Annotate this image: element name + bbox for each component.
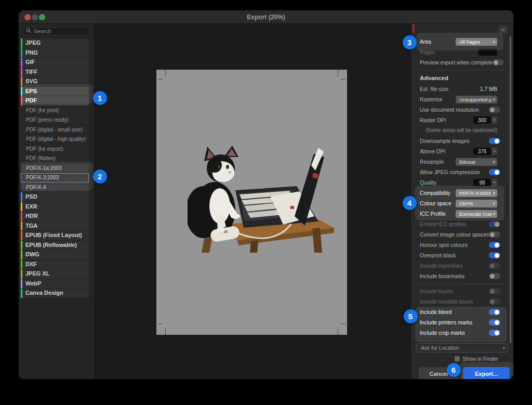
allow-jpeg-compression-toggle[interactable] bbox=[489, 169, 500, 175]
sidebar-item-gif[interactable]: GIF bbox=[21, 58, 89, 67]
raster-dpi-value[interactable]: 300 bbox=[473, 116, 491, 124]
icc-profile-select[interactable]: Euroscale Coate... bbox=[456, 210, 497, 218]
include-bookmarks-toggle[interactable] bbox=[489, 273, 500, 279]
sidebar-item-pdf-x-4[interactable]: PDF/X-4 bbox=[21, 183, 89, 192]
honour-spot-colours-toggle[interactable] bbox=[489, 242, 500, 248]
sidebar-item-svg[interactable]: SVG bbox=[21, 77, 89, 86]
sidebar-item-webp[interactable]: WebP bbox=[21, 279, 89, 289]
sidebar-item-label: GIF bbox=[22, 58, 35, 67]
area-value: All Pages bbox=[459, 39, 480, 45]
area-select[interactable]: All Pages bbox=[456, 38, 497, 46]
sidebar-item-pdf-flatten[interactable]: PDF (flatten) bbox=[21, 154, 89, 163]
sidebar-item-canva-design[interactable]: Canva Design bbox=[21, 289, 89, 298]
sidebar-item-pdf-x-1a-2003[interactable]: PDF/X-1a:2003 bbox=[21, 164, 89, 173]
dropdown-arrow-icon[interactable] bbox=[491, 179, 497, 186]
export-button[interactable]: Export... bbox=[463, 367, 510, 379]
overprint-black-toggle[interactable] bbox=[489, 252, 500, 258]
toggle-knob bbox=[490, 299, 495, 304]
row-label: Include bookmarks bbox=[420, 273, 464, 279]
sidebar-item-epub-fixed-layout[interactable]: EPUB (Fixed Layout) bbox=[21, 231, 89, 240]
dropdown-arrow-icon[interactable] bbox=[491, 148, 497, 155]
sidebar-item-jpeg[interactable]: JPEG bbox=[21, 38, 89, 48]
include-layers-toggle[interactable] bbox=[489, 288, 500, 294]
embed-icc-profiles-toggle[interactable] bbox=[489, 221, 500, 227]
quality-value[interactable]: 98 bbox=[473, 179, 491, 186]
sidebar-item-label: SVG bbox=[22, 77, 37, 86]
sidebar-item-dwg[interactable]: DWG bbox=[21, 250, 89, 259]
show-in-finder-checkbox[interactable] bbox=[455, 356, 460, 361]
row-label: Est. file size bbox=[420, 86, 448, 92]
resample-select[interactable]: Bilinear bbox=[456, 158, 497, 166]
sidebar-item-tiff[interactable]: TIFF bbox=[21, 68, 89, 77]
settings-row-area: AreaAll Pages bbox=[411, 36, 513, 47]
row-label: Area bbox=[420, 39, 431, 45]
dropdown-arrow-icon[interactable] bbox=[491, 116, 497, 124]
settings-row-compatibility: CompatibilityPDF/X-3:2003 bbox=[411, 188, 513, 198]
toggle-knob bbox=[495, 170, 499, 175]
preview-export-toggle[interactable] bbox=[493, 59, 504, 66]
convert-image-colour-spaces-toggle[interactable] bbox=[489, 231, 500, 238]
sidebar-item-pdf-digital-small-size[interactable]: PDF (digital - small size) bbox=[21, 125, 89, 135]
sidebar-item-eps[interactable]: EPS bbox=[21, 87, 89, 96]
downsample-images-toggle[interactable] bbox=[489, 138, 500, 144]
sidebar-item-pdf-for-export[interactable]: PDF (for export) bbox=[21, 145, 89, 154]
include-printers-marks-toggle[interactable] bbox=[489, 319, 500, 325]
stepper-icon bbox=[493, 213, 495, 215]
zoom-button[interactable] bbox=[39, 14, 45, 20]
settings-row-overprint-black: Overprint black bbox=[411, 250, 513, 260]
colour-space-select[interactable]: CMYK bbox=[456, 200, 497, 207]
sidebar-item-png[interactable]: PNG bbox=[21, 48, 89, 58]
sidebar-item-epub-reflowable[interactable]: EPUB (Reflowable) bbox=[21, 241, 89, 250]
sidebar-item-psd[interactable]: PSD bbox=[21, 192, 89, 202]
panel-scrollbar[interactable] bbox=[510, 36, 511, 343]
minimize-button[interactable] bbox=[32, 14, 38, 20]
include-bleed-toggle[interactable] bbox=[489, 309, 500, 315]
sidebar-item-pdf-digital-high-quality[interactable]: PDF (digital - high quality) bbox=[21, 135, 89, 144]
icc-profile-value: Euroscale Coate... bbox=[459, 211, 491, 217]
callout-badge-5: 5 bbox=[404, 309, 418, 323]
sidebar-item-hdr[interactable]: HDR bbox=[21, 212, 89, 221]
sidebar-item-tga[interactable]: TGA bbox=[21, 221, 89, 231]
row-label: Raster DPI bbox=[420, 117, 446, 123]
include-invisible-layers-toggle[interactable] bbox=[489, 298, 500, 305]
search-input[interactable] bbox=[23, 27, 90, 35]
sidebar-item-pdf-for-print[interactable]: PDF (for print) bbox=[21, 106, 89, 115]
collapse-panel-button[interactable] bbox=[499, 26, 507, 34]
show-in-finder-label: Show in Finder bbox=[462, 356, 498, 362]
sidebar-item-dxf[interactable]: DXF bbox=[21, 260, 89, 269]
compatibility-select[interactable]: PDF/X-3:2003 bbox=[456, 189, 497, 197]
sidebar-item-jpeg-xl[interactable]: JPEG XL bbox=[21, 269, 89, 279]
raster-dpi-combo[interactable]: 300 bbox=[473, 116, 497, 124]
quality-combo[interactable]: 98 bbox=[473, 179, 497, 186]
colour-space-value: CMYK bbox=[459, 201, 473, 206]
settings-row-pages: Pages bbox=[411, 47, 513, 57]
sidebar-item-pdf-x-3-2003[interactable]: PDF/X-3:2003 bbox=[21, 173, 89, 182]
above-dpi-value[interactable]: 375 bbox=[473, 148, 491, 155]
sidebar-item-label: HDR bbox=[22, 212, 38, 221]
dialog-content: JPEGPNGGIFTIFFSVGEPSPDFPDF (for print)PD… bbox=[19, 24, 513, 379]
settings-row-raster-dpi: Raster DPI300 bbox=[411, 115, 513, 125]
pages-field[interactable] bbox=[478, 49, 497, 56]
above-dpi-combo[interactable]: 375 bbox=[473, 148, 497, 155]
save-location-select[interactable]: Ask for Location bbox=[416, 343, 508, 352]
rasterise-select[interactable]: Unsupported pro... bbox=[456, 96, 497, 103]
sidebar-item-label: Canva Design bbox=[22, 289, 63, 298]
close-button[interactable] bbox=[24, 14, 31, 20]
sidebar-item-label: TIFF bbox=[22, 68, 37, 77]
stepper-icon bbox=[493, 161, 495, 163]
use-doc-resolution-toggle[interactable] bbox=[489, 107, 500, 113]
settings-row-embed-icc-profiles: Embed ICC profiles bbox=[411, 219, 513, 229]
include-hyperlinks-toggle[interactable] bbox=[489, 263, 500, 269]
include-crop-marks-toggle[interactable] bbox=[489, 330, 500, 336]
row-label: Compatibility bbox=[420, 190, 450, 196]
row-label: Resample bbox=[420, 159, 444, 165]
stepper-icon bbox=[493, 41, 495, 43]
settings-rows: AreaAll PagesPagesPreview export when co… bbox=[411, 24, 513, 338]
sidebar-item-exr[interactable]: EXR bbox=[21, 202, 89, 212]
sidebar-item-pdf[interactable]: PDF bbox=[21, 96, 89, 106]
settings-row-allow-jpeg-compression: Allow JPEG compression bbox=[411, 167, 513, 177]
settings-row-quality: Quality98 bbox=[411, 177, 513, 188]
sidebar-item-label: PDF/X-4 bbox=[21, 183, 46, 192]
sidebar-item-pdf-press-ready[interactable]: PDF (press ready) bbox=[21, 115, 89, 125]
settings-row-resample: ResampleBilinear bbox=[411, 156, 513, 167]
